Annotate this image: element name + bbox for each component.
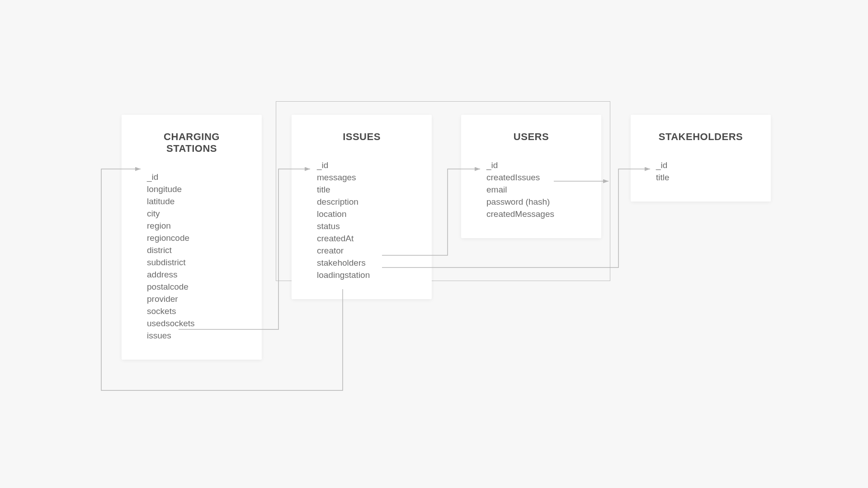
field-item: creator bbox=[317, 244, 413, 257]
field-item: loadingstation bbox=[317, 269, 413, 281]
field-item: longitude bbox=[147, 183, 243, 195]
entity-issues: ISSUES _id messages title description lo… bbox=[292, 115, 432, 299]
field-item: address bbox=[147, 268, 243, 281]
entity-charging-stations: CHARGING STATIONS _id longitude latitude… bbox=[122, 115, 262, 360]
field-item: location bbox=[317, 208, 413, 220]
field-item: district bbox=[147, 244, 243, 256]
field-item: createdIssues bbox=[486, 171, 582, 183]
field-item: status bbox=[317, 220, 413, 232]
field-item: title bbox=[656, 171, 752, 183]
field-item: _id bbox=[147, 171, 243, 183]
field-item: _id bbox=[656, 159, 752, 171]
diagram-canvas: CHARGING STATIONS _id longitude latitude… bbox=[0, 0, 868, 488]
field-item: _id bbox=[486, 159, 582, 171]
field-item: description bbox=[317, 196, 413, 208]
field-item: city bbox=[147, 207, 243, 220]
field-item: messages bbox=[317, 171, 413, 183]
field-list: _id longitude latitude city region regio… bbox=[141, 171, 243, 342]
entity-users: USERS _id createdIssues email password (… bbox=[461, 115, 601, 238]
field-list: _id title bbox=[650, 159, 752, 183]
field-item: password (hash) bbox=[486, 196, 582, 208]
entity-title: CHARGING STATIONS bbox=[141, 131, 243, 155]
field-item: createdMessages bbox=[486, 208, 582, 220]
field-item: usedsockets bbox=[147, 317, 243, 329]
field-item: _id bbox=[317, 159, 413, 171]
field-item: regioncode bbox=[147, 232, 243, 244]
field-item: issues bbox=[147, 329, 243, 342]
field-item: subdistrict bbox=[147, 256, 243, 268]
field-item: provider bbox=[147, 293, 243, 305]
field-item: email bbox=[486, 183, 582, 196]
field-item: title bbox=[317, 183, 413, 196]
field-list: _id messages title description location … bbox=[311, 159, 413, 281]
field-item: stakeholders bbox=[317, 257, 413, 269]
entity-title: STAKEHOLDERS bbox=[650, 131, 752, 143]
entity-title: USERS bbox=[480, 131, 582, 143]
field-item: latitude bbox=[147, 195, 243, 207]
field-item: region bbox=[147, 220, 243, 232]
entity-stakeholders: STAKEHOLDERS _id title bbox=[631, 115, 771, 202]
entity-title: ISSUES bbox=[311, 131, 413, 143]
field-item: createdAt bbox=[317, 232, 413, 244]
field-item: sockets bbox=[147, 305, 243, 317]
field-list: _id createdIssues email password (hash) … bbox=[480, 159, 582, 220]
field-item: postalcode bbox=[147, 281, 243, 293]
